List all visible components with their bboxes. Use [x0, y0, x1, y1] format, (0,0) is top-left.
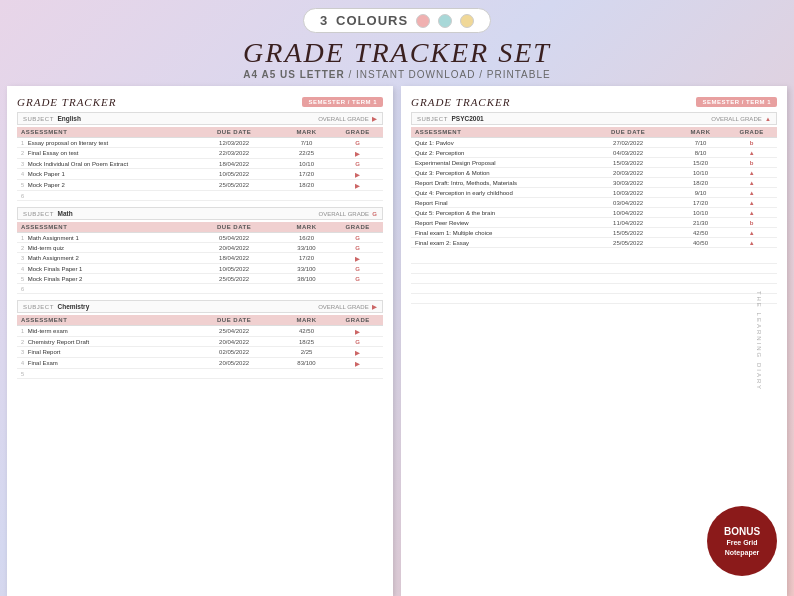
page-right-header: GRADE TRACKER SEMESTER / TERM 1	[411, 96, 777, 108]
empty-row	[411, 254, 777, 264]
table-row: Quiz 2: Perception04/03/20228/10▲	[411, 148, 777, 158]
table-header-math: ASSESSMENT DUE DATE MARK GRADE	[17, 222, 383, 233]
table-row: Report Final03/04/202217/20▲	[411, 198, 777, 208]
table-row-empty: 5	[17, 369, 383, 379]
colour-badge: 3 COLOURS	[303, 8, 491, 33]
page-left-header: GRADE TRACKER SEMESTER / TERM 1	[17, 96, 383, 108]
table-row: 1 Essay proposal on literary test12/03/2…	[17, 138, 383, 148]
table-row: 5 Mock Finals Paper 225/05/202238/100G	[17, 274, 383, 284]
subtitle: A4 A5 US LETTER / INSTANT DOWNLOAD / PRI…	[243, 69, 550, 80]
table-row: 2 Chemistry Report Draft20/04/202218/25G	[17, 337, 383, 347]
page-left: GRADE TRACKER SEMESTER / TERM 1 SUBJECT …	[7, 86, 393, 596]
page-left-title: GRADE TRACKER	[17, 96, 116, 108]
table-row: 5 Mock Paper 225/05/202218/20▶	[17, 180, 383, 191]
table-row: Report Peer Review11/04/202221/30b	[411, 218, 777, 228]
empty-row	[411, 284, 777, 294]
color-circle-teal	[438, 14, 452, 28]
page-right: GRADE TRACKER SEMESTER / TERM 1 SUBJECT …	[401, 86, 787, 596]
section-english: SUBJECT English OVERALL GRADE ▶ ASSESSME…	[17, 112, 383, 201]
section-math: SUBJECT Math OVERALL GRADE G ASSESSMENT …	[17, 207, 383, 294]
bonus-badge: BONUS Free Grid Notepaper	[707, 506, 777, 576]
empty-row	[411, 294, 777, 304]
table-row: 1 Mid-term exam25/04/202242/50▶	[17, 326, 383, 337]
pages-container: GRADE TRACKER SEMESTER / TERM 1 SUBJECT …	[7, 86, 787, 596]
subject-row-psyc2001: SUBJECT PSYC2001 OVERALL GRADE ▲	[411, 112, 777, 125]
subject-row-chemistry: SUBJECT Chemistry OVERALL GRADE ▶	[17, 300, 383, 313]
empty-row	[411, 264, 777, 274]
color-circle-pink	[416, 14, 430, 28]
table-row: 2 Final Essay on test22/03/202222/25▶	[17, 148, 383, 159]
table-row: Experimental Design Proposal15/03/202215…	[411, 158, 777, 168]
table-row: Report Draft: Intro, Methods, Materials3…	[411, 178, 777, 188]
badge-text: COLOURS	[336, 13, 408, 28]
watermark: THE LEARNING DIARY	[756, 291, 762, 391]
table-row: 2 Mid-term quiz20/04/202233/100G	[17, 243, 383, 253]
table-row-empty: 6	[17, 191, 383, 201]
table-header-english: ASSESSMENT DUE DATE MARK GRADE	[17, 127, 383, 138]
table-row: Quiz 1: Pavlov27/02/20227/10b	[411, 138, 777, 148]
table-row: 4 Mock Finals Paper 110/05/202233/100G	[17, 264, 383, 274]
section-chemistry: SUBJECT Chemistry OVERALL GRADE ▶ ASSESS…	[17, 300, 383, 379]
table-row: 3 Final Report02/05/20222/25▶	[17, 347, 383, 358]
color-circle-yellow	[460, 14, 474, 28]
table-row: Quiz 4: Perception in early childhood10/…	[411, 188, 777, 198]
table-row: 1 Math Assignment 105/04/202216/20G	[17, 233, 383, 243]
semester-badge-left: SEMESTER / TERM 1	[302, 97, 383, 107]
section-psyc2001: SUBJECT PSYC2001 OVERALL GRADE ▲ ASSESSM…	[411, 112, 777, 248]
table-row: 4 Mock Paper 110/05/202217/20▶	[17, 169, 383, 180]
page-right-title: GRADE TRACKER	[411, 96, 510, 108]
table-row: Quiz 3: Perception & Motion20/03/202210/…	[411, 168, 777, 178]
table-row: 4 Final Exam20/05/202283/100▶	[17, 358, 383, 369]
table-header-psyc2001: ASSESSMENT DUE DATE MARK GRADE	[411, 127, 777, 138]
table-header-chemistry: ASSESSMENT DUE DATE MARK GRADE	[17, 315, 383, 326]
table-row: Final exam 1: Multiple choice15/05/20224…	[411, 228, 777, 238]
table-row: 3 Math Assignment 218/04/202217/20▶	[17, 253, 383, 264]
main-title: GRADE TRACKER SET	[243, 37, 551, 69]
table-row: Final exam 2: Essay25/05/202240/50▲	[411, 238, 777, 248]
table-row: 3 Mock Individual Oral on Poem Extract18…	[17, 159, 383, 169]
empty-row	[411, 274, 777, 284]
subject-row-english: SUBJECT English OVERALL GRADE ▶	[17, 112, 383, 125]
table-row-empty: 6	[17, 284, 383, 294]
badge-number: 3	[320, 13, 328, 28]
semester-badge-right: SEMESTER / TERM 1	[696, 97, 777, 107]
subject-row-math: SUBJECT Math OVERALL GRADE G	[17, 207, 383, 220]
table-row: Quiz 5: Perception & the brain10/04/2022…	[411, 208, 777, 218]
